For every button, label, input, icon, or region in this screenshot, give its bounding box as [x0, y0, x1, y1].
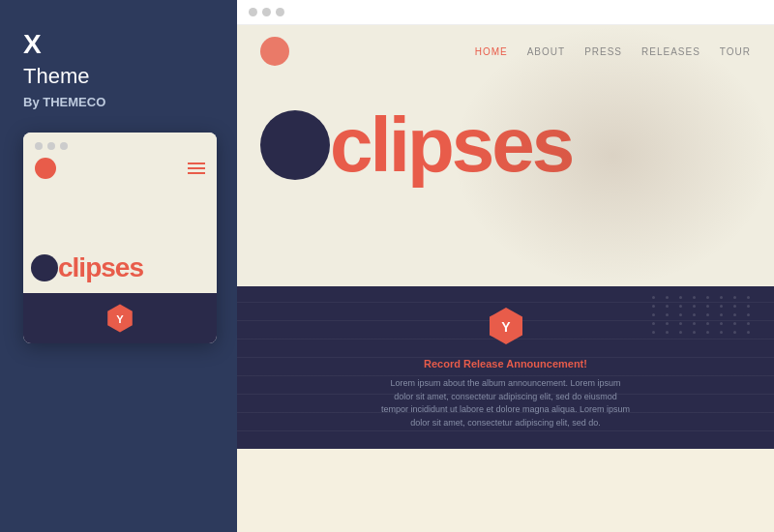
desktop-hero-bg-image — [452, 25, 774, 286]
mobile-hex-icon: Y — [104, 303, 135, 334]
svg-text:Y: Y — [116, 313, 124, 325]
desktop-lower-section: Y Record Release Announcement! Lorem ips… — [237, 286, 774, 449]
mobile-hero-word: clipses — [58, 252, 143, 283]
announcement-title: Record Release Announcement! — [424, 358, 587, 369]
themeco-label: THEMECO — [43, 95, 105, 109]
by-label: By — [23, 95, 40, 109]
sidebar: X Theme By THEMECO clipses — [0, 0, 237, 532]
desktop-announcement-block: Y Record Release Announcement! Lorem ips… — [380, 306, 632, 429]
mobile-browser-chrome — [23, 133, 217, 187]
mobile-nav-bar — [35, 158, 205, 187]
mobile-dots — [35, 142, 205, 150]
dots-grid-decoration — [652, 296, 755, 334]
sidebar-title: Theme — [23, 64, 89, 89]
browser-dot-3 — [276, 8, 284, 16]
mobile-dot-1 — [35, 142, 43, 150]
mobile-dot-3 — [60, 142, 68, 150]
browser-dot-1 — [249, 8, 257, 16]
mobile-bottom-section: Y — [23, 293, 217, 343]
logo-x: X — [23, 29, 42, 60]
announcement-body: Lorem ipsum about the album announcement… — [380, 377, 632, 429]
mobile-hero-circle — [31, 254, 58, 281]
main-content: HOME ABOUT PRESS RELEASES TOUR clipses — [237, 0, 774, 532]
sidebar-author: By THEMECO — [23, 95, 105, 109]
desktop-hex-icon: Y — [486, 306, 526, 350]
mobile-hamburger-icon — [188, 163, 205, 174]
browser-dot-2 — [262, 8, 271, 16]
mobile-logo-circle — [35, 158, 56, 179]
svg-text:Y: Y — [501, 319, 511, 335]
mobile-hero-section: clipses — [23, 187, 217, 293]
desktop-preview: HOME ABOUT PRESS RELEASES TOUR clipses — [237, 0, 774, 532]
mobile-preview-card: clipses Y — [23, 133, 217, 343]
desktop-hero-section: HOME ABOUT PRESS RELEASES TOUR clipses — [237, 25, 774, 286]
mobile-hero-text: clipses — [31, 252, 143, 283]
desktop-nav-logo — [260, 37, 289, 66]
desktop-browser-chrome — [237, 0, 774, 25]
desktop-hero-circle — [260, 110, 330, 180]
mobile-dot-2 — [47, 142, 55, 150]
